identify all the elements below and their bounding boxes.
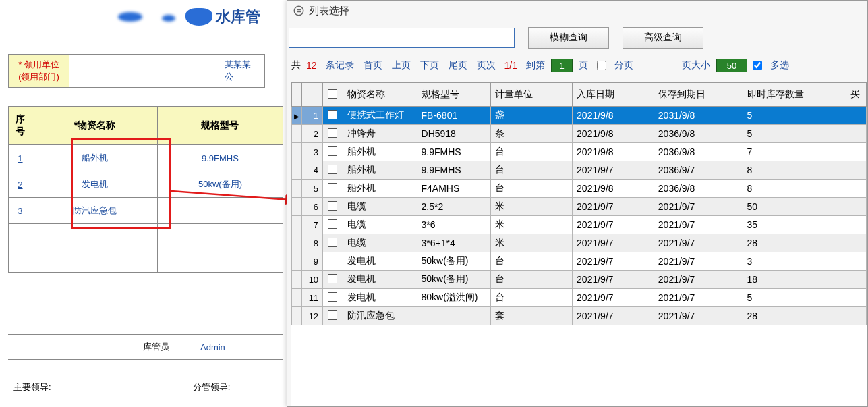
cell-qty[interactable]: 18 xyxy=(743,271,846,289)
cell-extra[interactable] xyxy=(846,216,867,234)
cell-name[interactable]: 电缆 xyxy=(343,216,417,234)
cell-date-exp[interactable]: 2036/9/7 xyxy=(654,161,743,180)
cell-spec[interactable]: 3*6 xyxy=(417,216,491,234)
cell-qty[interactable]: 5 xyxy=(743,107,846,125)
cell-name[interactable]: 电缆 xyxy=(343,198,417,216)
cell-qty[interactable]: 8 xyxy=(743,180,846,198)
cell-unit[interactable]: 条 xyxy=(491,125,573,143)
cell-extra[interactable] xyxy=(846,143,867,161)
row-checkbox[interactable] xyxy=(323,180,343,198)
nav-paging-checkbox[interactable] xyxy=(597,61,606,70)
cell-name[interactable]: 便携式工作灯 xyxy=(343,107,417,125)
checkbox-icon[interactable] xyxy=(328,165,337,174)
cell-date-in[interactable]: 2021/9/7 xyxy=(573,271,654,289)
grid-row[interactable]: 10发电机50kw(备用)台2021/9/72021/9/718 xyxy=(292,271,867,289)
checkbox-icon[interactable] xyxy=(328,146,337,156)
cell-spec[interactable]: 2.5*2 xyxy=(417,198,491,216)
cell-date-in[interactable]: 2021/9/8 xyxy=(573,143,654,161)
cell-spec[interactable]: 50kw(备用) xyxy=(417,252,491,271)
col-material-name[interactable]: 物资名称 xyxy=(343,83,417,107)
row-checkbox[interactable] xyxy=(323,161,343,180)
grid-row[interactable]: 1便携式工作灯FB-6801盏2021/9/82031/9/85 xyxy=(292,107,867,125)
data-grid[interactable]: 物资名称 规格型号 计量单位 入库日期 保存到期日 即时库存数量 买 1便携式工… xyxy=(291,82,867,325)
grid-row[interactable]: 11发电机80kw(溢洪闸)台2021/9/72021/9/75 xyxy=(292,289,867,307)
grid-row[interactable]: 4船外机9.9FMHS台2021/9/72036/9/78 xyxy=(292,161,867,180)
cell-qty[interactable]: 35 xyxy=(743,216,846,234)
row-idx[interactable]: 3 xyxy=(9,198,32,224)
cell-date-exp[interactable]: 2036/9/8 xyxy=(654,143,743,161)
row-idx[interactable]: 2 xyxy=(9,171,32,198)
cell-unit[interactable]: 台 xyxy=(491,143,573,161)
nav-next[interactable]: 下页 xyxy=(420,59,439,72)
col-spec[interactable]: 规格型号 xyxy=(417,83,491,107)
cell-date-in[interactable]: 2021/9/7 xyxy=(573,307,654,325)
cell-qty[interactable]: 28 xyxy=(743,234,846,252)
grid-row[interactable]: 3船外机9.9FMHS台2021/9/82036/9/87 xyxy=(292,143,867,161)
cell-date-in[interactable]: 2021/9/7 xyxy=(573,198,654,216)
cell-date-exp[interactable]: 2021/9/7 xyxy=(654,289,743,307)
cell-spec[interactable]: 80kw(溢洪闸) xyxy=(417,289,491,307)
row-name[interactable]: 发电机 xyxy=(32,171,157,198)
table-row[interactable]: 3防汛应急包 xyxy=(9,198,283,224)
checkbox-icon[interactable] xyxy=(328,238,337,247)
cell-spec[interactable]: 9.9FMHS xyxy=(417,161,491,180)
nav-first[interactable]: 首页 xyxy=(364,59,382,72)
cell-extra[interactable] xyxy=(846,307,867,325)
cell-qty[interactable]: 28 xyxy=(743,307,846,325)
nav-pagesize-input[interactable] xyxy=(716,59,747,72)
cell-qty[interactable]: 5 xyxy=(743,289,846,307)
cell-extra[interactable] xyxy=(846,107,867,125)
grid-row[interactable]: 6电缆2.5*2米2021/9/72021/9/750 xyxy=(292,198,867,216)
cell-name[interactable]: 电缆 xyxy=(343,234,417,252)
nav-last[interactable]: 尾页 xyxy=(449,59,467,72)
cell-date-exp[interactable]: 2021/9/7 xyxy=(654,307,743,325)
cell-extra[interactable] xyxy=(846,125,867,143)
cell-date-in[interactable]: 2021/9/7 xyxy=(573,234,654,252)
row-checkbox[interactable] xyxy=(323,143,343,161)
row-spec[interactable] xyxy=(157,198,283,224)
row-checkbox[interactable] xyxy=(323,307,343,325)
cell-name[interactable]: 船外机 xyxy=(343,161,417,180)
cell-unit[interactable]: 米 xyxy=(491,198,573,216)
cell-date-exp[interactable]: 2021/9/7 xyxy=(654,216,743,234)
table-row[interactable]: 1船外机9.9FMHS xyxy=(9,145,283,171)
row-checkbox[interactable] xyxy=(323,271,343,289)
cell-qty[interactable]: 7 xyxy=(743,143,846,161)
cell-extra[interactable] xyxy=(846,180,867,198)
cell-unit[interactable]: 台 xyxy=(491,252,573,271)
cell-unit[interactable]: 米 xyxy=(491,234,573,252)
row-idx[interactable]: 1 xyxy=(9,145,32,171)
checkbox-icon[interactable] xyxy=(328,292,337,302)
cell-name[interactable]: 防汛应急包 xyxy=(343,307,417,325)
keeper-value[interactable]: Admin xyxy=(173,342,225,352)
cell-unit[interactable]: 台 xyxy=(491,271,573,289)
cell-unit[interactable]: 米 xyxy=(491,216,573,234)
checkbox-icon[interactable] xyxy=(328,274,337,283)
cell-spec[interactable] xyxy=(417,307,491,325)
checkbox-icon[interactable] xyxy=(328,310,337,320)
nav-multisel-label[interactable]: 多选 xyxy=(770,59,789,72)
checkbox-icon[interactable] xyxy=(328,183,337,192)
col-qty[interactable]: 即时库存数量 xyxy=(743,83,846,107)
cell-name[interactable]: 船外机 xyxy=(343,143,417,161)
cell-date-in[interactable]: 2021/9/8 xyxy=(573,125,654,143)
cell-date-in[interactable]: 2021/9/7 xyxy=(573,252,654,271)
cell-name[interactable]: 船外机 xyxy=(343,180,417,198)
row-checkbox[interactable] xyxy=(323,198,343,216)
cell-date-exp[interactable]: 2021/9/7 xyxy=(654,271,743,289)
grid-row[interactable]: 7电缆3*6米2021/9/72021/9/735 xyxy=(292,216,867,234)
cell-spec[interactable]: 3*6+1*4 xyxy=(417,234,491,252)
checkbox-icon[interactable] xyxy=(328,219,337,229)
cell-date-exp[interactable]: 2021/9/7 xyxy=(654,252,743,271)
cell-extra[interactable] xyxy=(846,198,867,216)
cell-qty[interactable]: 3 xyxy=(743,252,846,271)
checkbox-icon[interactable] xyxy=(328,110,337,119)
col-unit[interactable]: 计量单位 xyxy=(491,83,573,107)
grid-row[interactable]: 2冲锋舟DH5918条2021/9/82036/9/85 xyxy=(292,125,867,143)
checkbox-icon[interactable] xyxy=(328,128,337,138)
cell-extra[interactable] xyxy=(846,252,867,271)
cell-extra[interactable] xyxy=(846,161,867,180)
nav-goto-input[interactable] xyxy=(551,59,573,72)
cell-spec[interactable]: FB-6801 xyxy=(417,107,491,125)
fuzzy-search-button[interactable]: 模糊查询 xyxy=(528,27,609,49)
